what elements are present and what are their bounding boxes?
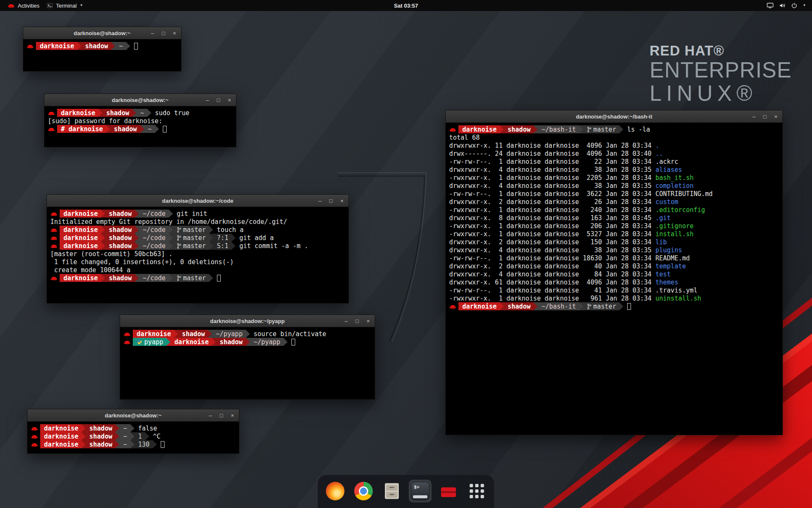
dock-item-chrome[interactable]	[352, 480, 375, 502]
maximize-button[interactable]: □	[161, 30, 166, 36]
powerline-separator	[132, 109, 136, 117]
prompt-segment-status: 130	[134, 440, 153, 448]
powerline-separator	[147, 109, 151, 117]
dock-item-files[interactable]	[381, 480, 403, 502]
maximize-button[interactable]: □	[354, 318, 360, 324]
terminal-line: -rwxrwxr-x. 1 darknoise darknoise 961 Ja…	[449, 294, 782, 302]
dock-item-firefox[interactable]	[324, 480, 347, 502]
window-titlebar[interactable]: darknoise@shadow:~ – □ ×	[27, 409, 239, 422]
maximize-button[interactable]: □	[328, 198, 334, 204]
powerline-separator	[153, 440, 157, 448]
clock[interactable]: Sat 03:57	[394, 3, 418, 9]
toolbox-icon	[439, 482, 458, 500]
powerline-separator	[101, 234, 105, 242]
maximize-button[interactable]: □	[219, 412, 224, 419]
terminal-line: -rwxrwxr-x. 1 darknoise darknoise 206 Ja…	[449, 222, 782, 230]
app-menu[interactable]: Terminal ▼	[43, 0, 87, 11]
powerline-separator	[246, 330, 250, 338]
dock-item-app-grid[interactable]	[466, 480, 488, 502]
file-name: themes	[656, 279, 678, 286]
prompt-segment-path: ~	[136, 109, 147, 117]
system-status-area[interactable]: ▼	[767, 3, 808, 8]
minimize-button[interactable]: –	[150, 30, 155, 36]
close-button[interactable]: ×	[227, 97, 232, 103]
close-button[interactable]: ×	[339, 198, 345, 204]
terminal-cursor	[291, 339, 295, 345]
redhat-icon	[449, 304, 456, 309]
prompt-segment-status: S:1	[213, 242, 231, 250]
command-text: false	[138, 425, 157, 432]
powerline-separator	[209, 242, 213, 250]
terminal-window-home-1[interactable]: darknoise@shadow:~ – □ × darknoiseshadow…	[23, 27, 181, 72]
terminal-cursor	[161, 441, 165, 448]
window-titlebar[interactable]: darknoise@shadow:~ – □ ×	[44, 94, 236, 106]
powerline-separator	[134, 274, 139, 282]
redhat-icon	[27, 44, 34, 49]
terminal-body[interactable]: darknoiseshadow~	[23, 39, 181, 71]
file-name: .	[656, 142, 659, 149]
close-button[interactable]: ×	[365, 318, 371, 324]
top-bar: Activities Terminal ▼ Sat 03:57 ▼	[0, 0, 812, 11]
powerline-separator	[209, 234, 213, 242]
activities-button[interactable]: Activities	[4, 0, 43, 11]
maximize-button[interactable]: □	[216, 97, 221, 103]
window-titlebar[interactable]: darknoise@shadow:~/pyapp – □ ×	[120, 315, 375, 327]
close-button[interactable]: ×	[773, 113, 779, 120]
window-titlebar[interactable]: darknoise@shadow:~ – □ ×	[23, 27, 181, 39]
window-titlebar[interactable]: darknoise@shadow:~/bash-it – □ ×	[446, 110, 782, 123]
terminal-output: -rwxrwxr-x. 1 darknoise darknoise 206 Ja…	[449, 222, 656, 230]
prompt-segment-host: shadow	[110, 125, 140, 133]
command-text: git init	[177, 210, 207, 218]
chevron-down-icon: ▼	[803, 4, 806, 7]
minimize-button[interactable]: –	[751, 113, 757, 120]
minimize-button[interactable]: –	[317, 198, 323, 204]
terminal-body[interactable]: darknoiseshadow~/codegit initInitialized…	[47, 207, 348, 303]
maximize-button[interactable]: □	[762, 113, 768, 120]
dock-item-toolbox[interactable]	[437, 480, 460, 502]
terminal-line: darknoiseshadow~/codemasterS:1git commit…	[50, 242, 348, 250]
terminal-output: -rwxrwxr-x. 1 darknoise darknoise 2205 J…	[449, 174, 656, 182]
terminal-window-sudo[interactable]: darknoise@shadow:~ – □ × darknoiseshadow…	[44, 94, 236, 147]
branch-icon	[177, 227, 181, 233]
terminal-line: darknoiseshadow~1^C	[31, 432, 239, 440]
close-button[interactable]: ×	[172, 30, 177, 36]
prompt-segment-host: shadow	[85, 432, 115, 440]
window-title: darknoise@shadow:~	[105, 412, 162, 419]
powerline-separator	[155, 125, 159, 133]
minimize-button[interactable]: –	[208, 412, 213, 419]
powerline-separator	[169, 234, 173, 242]
terminal-line: drwxrwxr-x. 11 darknoise darknoise 4096 …	[449, 141, 782, 149]
grid-dot	[470, 484, 473, 487]
terminal-body[interactable]: darknoiseshadow~/bash-itmasterls -latota…	[446, 123, 782, 435]
prompt-segment-git: master	[173, 274, 209, 282]
redhat-icon	[50, 235, 58, 240]
terminal-body[interactable]: darknoiseshadow~falsedarknoiseshadow~1^C…	[27, 422, 239, 453]
minimize-button[interactable]: –	[343, 318, 349, 324]
terminal-window-code[interactable]: darknoise@shadow:~/code – □ × darknoises…	[47, 194, 349, 304]
terminal-line: # darknoiseshadow~	[48, 125, 236, 133]
terminal-body[interactable]: darknoiseshadow~sudo true[sudo] password…	[44, 106, 236, 147]
terminal-window-bash-it[interactable]: darknoise@shadow:~/bash-it – □ × darknoi…	[445, 110, 783, 435]
powerline-separator	[81, 424, 85, 432]
terminal-line: darknoiseshadow~sudo true	[48, 109, 236, 117]
terminal-app-icon	[47, 3, 53, 8]
prompt-segment-path: ~	[115, 42, 126, 50]
file-name: completion	[656, 182, 694, 190]
terminal-window-pyapp[interactable]: darknoise@shadow:~/pyapp – □ × darknoise…	[120, 315, 375, 400]
minimize-button[interactable]: –	[205, 97, 210, 103]
powerline-separator	[77, 42, 81, 50]
terminal-line: darknoiseshadow~/bash-itmasterls -la	[449, 125, 782, 133]
redhat-icon	[123, 340, 131, 345]
prompt-segment-user: darknoise	[60, 226, 101, 234]
prompt-segment-path: ~/bash-it	[538, 302, 579, 310]
terminal-body[interactable]: darknoiseshadow~/pyappsource bin/activat…	[120, 327, 375, 399]
terminal-line: 1 file changed, 0 insertions(+), 0 delet…	[50, 258, 348, 266]
terminal-output: -rw-rw-r--. 1 darknoise darknoise 22 Jan…	[449, 158, 656, 166]
powerline-separator	[115, 440, 119, 448]
dock-item-terminal[interactable]: $>	[409, 480, 432, 502]
window-titlebar[interactable]: darknoise@shadow:~/code – □ ×	[47, 195, 348, 207]
close-button[interactable]: ×	[230, 412, 235, 419]
terminal-window-home-2[interactable]: darknoise@shadow:~ – □ × darknoiseshadow…	[27, 409, 239, 454]
grid-dot	[470, 489, 473, 493]
prompt-segment-host: shadow	[105, 274, 134, 282]
